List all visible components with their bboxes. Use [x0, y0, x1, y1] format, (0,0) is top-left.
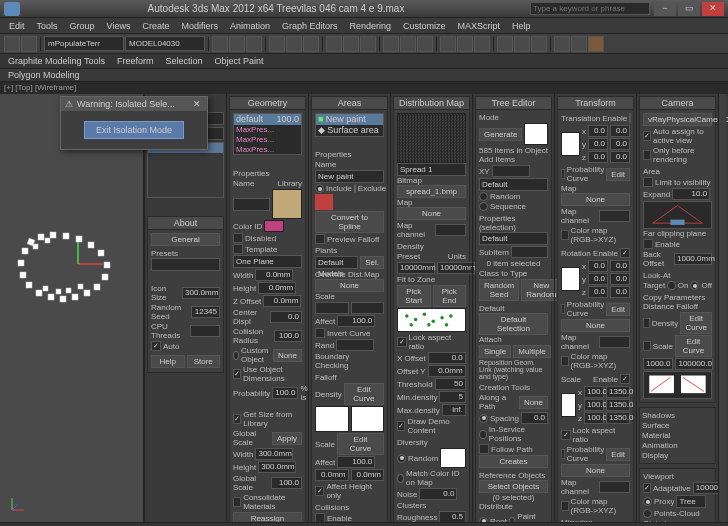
- close-button[interactable]: ✕: [702, 2, 724, 16]
- prevfalloff-checkbox[interactable]: [315, 234, 325, 244]
- sz-min-spinner[interactable]: 100.0: [584, 412, 604, 424]
- geometry-list[interactable]: default 100.0 MaxPres... MaxPres... MaxP…: [233, 113, 302, 155]
- backoffset-spinner[interactable]: 1000.0mm: [674, 253, 712, 265]
- plants-sel-button[interactable]: Sel.: [360, 256, 384, 269]
- material-rollout[interactable]: Material: [642, 431, 670, 440]
- onlybefore-checkbox[interactable]: [643, 150, 651, 160]
- rprobcurve-checkbox[interactable]: [561, 304, 565, 314]
- list-item[interactable]: MaxPres...: [234, 125, 301, 135]
- render-setup-icon[interactable]: [554, 36, 570, 52]
- include-radio[interactable]: [315, 184, 324, 193]
- customobj-radio[interactable]: [233, 351, 239, 360]
- getlib-checkbox[interactable]: [233, 414, 241, 424]
- mirror-icon[interactable]: [440, 36, 456, 52]
- ribbon-selection[interactable]: Selection: [165, 56, 202, 66]
- pickstart-button[interactable]: Pick Start: [397, 285, 431, 307]
- menu-views[interactable]: Views: [102, 20, 136, 32]
- paintc-radio[interactable]: [509, 517, 515, 523]
- material-editor-icon[interactable]: [531, 36, 547, 52]
- ty-min-spinner[interactable]: 0.0: [588, 138, 608, 150]
- sy-max-spinner[interactable]: 1350.0: [606, 399, 630, 411]
- coll-enable-checkbox[interactable]: [315, 513, 325, 522]
- cdensity-checkbox[interactable]: [643, 318, 650, 328]
- spread-dropdown[interactable]: Spread 1: [397, 163, 466, 176]
- pin-stack-icon[interactable]: [147, 201, 159, 213]
- remove-mod-icon[interactable]: [189, 201, 201, 213]
- cmin-spinner[interactable]: 1000.0: [643, 358, 673, 370]
- help-button[interactable]: Help: [151, 355, 185, 368]
- spacing-spinner[interactable]: 0.0: [521, 412, 548, 424]
- propsel-dropdown[interactable]: Default: [479, 232, 548, 245]
- camera-header[interactable]: Camera: [640, 97, 715, 110]
- ty-max-spinner[interactable]: 0.0: [610, 138, 630, 150]
- rect-select-icon[interactable]: [303, 36, 319, 52]
- list-item[interactable]: default: [236, 114, 263, 124]
- expand-spinner[interactable]: 10.0: [672, 188, 710, 200]
- scolormap-checkbox[interactable]: [561, 501, 569, 511]
- dialog-close-button[interactable]: ✕: [191, 99, 203, 109]
- spacing-radio[interactable]: [479, 414, 488, 423]
- tmapch-spinner[interactable]: [599, 210, 630, 222]
- treeed-header[interactable]: Tree Editor: [476, 97, 551, 110]
- cscale-edit-button[interactable]: Edit Curve: [675, 335, 712, 357]
- surface-rollout[interactable]: Surface: [642, 421, 670, 430]
- prob-spinner[interactable]: 100.0: [272, 387, 298, 399]
- multiple-button[interactable]: Multiple: [513, 345, 551, 358]
- drawdemo-checkbox[interactable]: [397, 421, 405, 431]
- ribbon-objectpaint[interactable]: Object Paint: [214, 56, 263, 66]
- randseed-button[interactable]: Random Seed: [479, 279, 519, 301]
- menu-help[interactable]: Help: [507, 20, 536, 32]
- autoassign-checkbox[interactable]: [643, 131, 651, 141]
- undo-icon[interactable]: [4, 36, 20, 52]
- gheight-spinner[interactable]: 300.0mm: [258, 461, 296, 473]
- tz-min-spinner[interactable]: 0.0: [588, 151, 608, 163]
- exclude-radio[interactable]: [354, 184, 356, 193]
- ribbon-sub[interactable]: Polygon Modeling: [0, 69, 728, 82]
- rough-spinner[interactable]: 0.5: [439, 511, 466, 522]
- percent-snap-icon[interactable]: [417, 36, 433, 52]
- noise-spinner[interactable]: 0.0: [419, 488, 457, 500]
- proxy-dropdown[interactable]: Tree: [676, 495, 706, 508]
- root-radio[interactable]: [479, 517, 488, 523]
- affect-spinner[interactable]: 100.0: [337, 315, 375, 327]
- brush1-icon[interactable]: [315, 194, 333, 210]
- limitvis-checkbox[interactable]: [643, 177, 653, 187]
- target-on-radio[interactable]: [667, 281, 676, 290]
- bind-icon[interactable]: [246, 36, 262, 52]
- show-result-icon[interactable]: [161, 201, 173, 213]
- tmap-none-button[interactable]: None: [561, 193, 630, 206]
- area-name-field[interactable]: New paint: [315, 170, 384, 183]
- help-search-input[interactable]: [530, 2, 650, 15]
- width-spinner[interactable]: 0.0mm: [255, 269, 293, 281]
- gwidth-spinner[interactable]: 300.0mm: [255, 448, 293, 460]
- tz-max-spinner[interactable]: 0.0: [610, 151, 630, 163]
- remove-icon[interactable]: [246, 157, 257, 168]
- rz-min-spinner[interactable]: 0.0: [588, 286, 608, 298]
- farclip-enable-checkbox[interactable]: [643, 239, 653, 249]
- menu-create[interactable]: Create: [137, 20, 174, 32]
- ribbon-freeform[interactable]: Freeform: [117, 56, 154, 66]
- randseed-spinner[interactable]: 12345: [191, 306, 220, 318]
- override-none-button[interactable]: None: [315, 279, 384, 292]
- scale2-spinner[interactable]: [351, 302, 385, 314]
- add-icon[interactable]: [233, 157, 244, 168]
- geometry-header[interactable]: Geometry: [230, 97, 305, 110]
- xoff-spinner[interactable]: 0.0: [428, 352, 466, 364]
- maxden-spinner[interactable]: inf.: [442, 404, 466, 416]
- cscale-checkbox[interactable]: [643, 341, 651, 351]
- consmat-checkbox[interactable]: [233, 497, 241, 507]
- move-icon[interactable]: [326, 36, 342, 52]
- presets-dropdown[interactable]: [151, 258, 220, 271]
- rz-max-spinner[interactable]: 0.0: [610, 286, 630, 298]
- transform-header[interactable]: Transform: [558, 97, 633, 110]
- rmapch-spinner[interactable]: [599, 336, 630, 348]
- redit-button[interactable]: Edit: [606, 303, 630, 316]
- target-off-radio[interactable]: [690, 281, 699, 290]
- faffect-spinner[interactable]: 100.0: [337, 456, 375, 468]
- random-add-radio[interactable]: [479, 192, 488, 201]
- center-spinner[interactable]: 0.0: [270, 311, 302, 323]
- brush2-icon[interactable]: [336, 194, 354, 210]
- display-rollout[interactable]: Display: [642, 451, 668, 460]
- editcurve-button[interactable]: Edit Curve: [344, 383, 384, 405]
- layers-icon[interactable]: [474, 36, 490, 52]
